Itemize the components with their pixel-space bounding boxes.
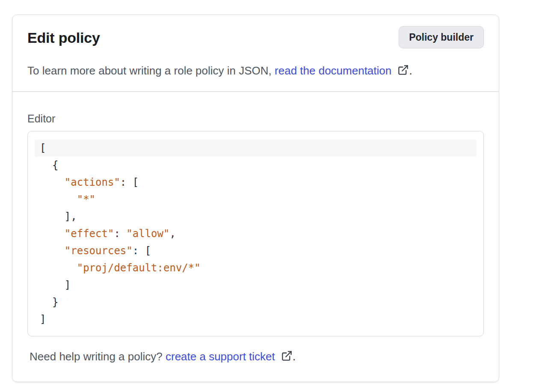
code-line: ] [35, 311, 477, 328]
code-line: "proj/default:env/*" [35, 259, 477, 276]
subtitle-period: . [409, 64, 412, 77]
edit-policy-card: Edit policy Policy builder To learn more… [12, 15, 499, 382]
code-line: ], [35, 208, 477, 225]
support-ticket-link[interactable]: create a support ticket [166, 350, 275, 363]
code-token-punct: : [ [120, 176, 139, 188]
code-token-punct: , [169, 228, 175, 240]
external-link-icon[interactable] [281, 350, 293, 362]
editor-label: Editor [27, 112, 484, 125]
subtitle: To learn more about writing a role polic… [27, 64, 484, 77]
code-token-string: "*" [77, 193, 95, 205]
code-token-punct [40, 176, 65, 188]
card-body: Editor [ { "actions": [ "*" ], "effect":… [12, 92, 499, 382]
code-line: "resources": [ [35, 242, 477, 259]
code-token-punct: ] [40, 279, 71, 291]
code-token-punct: } [40, 296, 58, 308]
external-link-icon[interactable] [397, 64, 409, 76]
code-area[interactable]: [ { "actions": [ "*" ], "effect": "allow… [35, 140, 477, 328]
documentation-link[interactable]: read the documentation [275, 64, 391, 77]
code-token-punct [40, 228, 65, 240]
code-token-punct: : [114, 228, 126, 240]
code-token-string: "allow" [126, 228, 169, 240]
code-line: "*" [35, 191, 477, 208]
code-token-punct: ], [40, 211, 77, 223]
code-token-string: "actions" [65, 176, 120, 188]
code-line: { [35, 157, 477, 174]
subtitle-text: To learn more about writing a role polic… [27, 64, 272, 77]
code-token-string: "effect" [65, 228, 114, 240]
help-text: Need help writing a policy? create a sup… [27, 350, 484, 363]
page-title: Edit policy [27, 30, 100, 46]
help-text-period: . [293, 350, 296, 363]
code-token-punct [40, 262, 77, 274]
code-line: "effect": "allow", [35, 225, 477, 242]
code-token-string: "resources" [65, 245, 133, 257]
code-token-string: "proj/default:env/*" [77, 262, 201, 274]
code-token-punct [40, 245, 65, 257]
json-policy-editor[interactable]: [ { "actions": [ "*" ], "effect": "allow… [27, 131, 484, 336]
code-token-punct [40, 193, 77, 205]
policy-builder-button[interactable]: Policy builder [399, 26, 484, 48]
code-token-punct: { [40, 159, 58, 171]
code-line: ] [35, 276, 477, 294]
card-header: Edit policy Policy builder To learn more… [12, 15, 499, 91]
help-text-prefix: Need help writing a policy? [30, 350, 163, 363]
code-token-punct: : [ [133, 245, 151, 257]
code-line: [ [35, 140, 477, 157]
code-token-punct: ] [40, 313, 46, 325]
code-token-punct: [ [40, 142, 46, 154]
code-line: } [35, 294, 477, 311]
code-line: "actions": [ [35, 174, 477, 191]
